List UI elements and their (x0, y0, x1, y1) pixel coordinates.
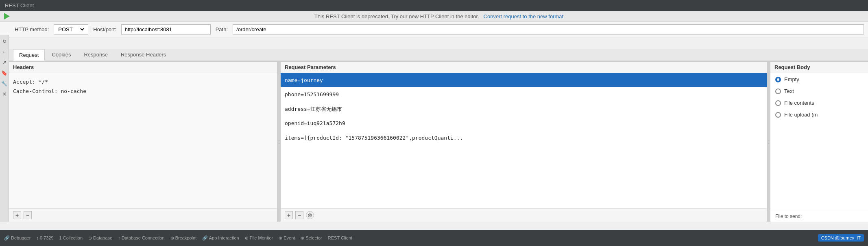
back-sidebar-icon[interactable]: ← (1, 49, 8, 55)
add-param-button[interactable]: + (285, 211, 293, 219)
radio-file-contents-label: File contents (784, 100, 814, 106)
path-input[interactable] (233, 24, 864, 35)
wrench-sidebar-icon[interactable]: 🔧 (1, 80, 8, 87)
bottom-item-breakpoint: ⊕ Breakpoint (170, 235, 197, 241)
bottom-item-rest-client: REST Client (328, 235, 352, 240)
header-line-1: Accept: */* (13, 77, 273, 86)
param-row-2[interactable]: address=江苏省无锡市 (281, 102, 767, 116)
bottom-item-app-interaction: 🔗 App Interaction (202, 235, 239, 241)
deprecation-message: This REST Client is deprecated. Try our … (314, 13, 479, 19)
radio-file-upload-circle (775, 112, 781, 118)
params-panel-title: Request Parameters (281, 62, 767, 73)
param-row-3[interactable]: openid=iuq92la572h9 (281, 116, 767, 130)
request-body-panel: Request Body Empty Text File contents Fi… (770, 62, 868, 222)
param-row-1[interactable]: phone=15251699999 (281, 87, 767, 101)
remove-header-button[interactable]: − (24, 211, 32, 219)
param-row-4[interactable]: items=[{productId: "157875196366160022",… (281, 131, 545, 145)
bottom-item-selector: ⊕ Selector (301, 235, 322, 241)
tabs-row: Request Cookies Response Response Header… (9, 49, 868, 60)
radio-file-upload-label: File upload (m (784, 112, 818, 118)
bottom-item-event: ⊕ Event (279, 235, 295, 241)
play-icon (4, 13, 10, 19)
header-line-2: Cache-Control: no-cache (13, 86, 273, 96)
method-dropdown[interactable]: POST GET PUT DELETE (57, 26, 85, 33)
radio-file-contents-circle (775, 100, 781, 106)
bottom-item-db-conn: ↑ Database Connection (118, 235, 164, 240)
main-content: Headers Accept: */* Cache-Control: no-ca… (9, 61, 868, 222)
bottom-bar: 🔗 Debugger ↕ 0.7329 1 Collection ⊕ Datab… (0, 230, 868, 246)
deprecation-banner: This REST Client is deprecated. Try our … (14, 13, 864, 19)
toolbar-row: This REST Client is deprecated. Try our … (0, 11, 868, 22)
method-select[interactable]: POST GET PUT DELETE (54, 24, 88, 35)
left-sidebar: ↻ ← ↗ 🔖 🔧 ✕ (0, 35, 9, 222)
radio-file-contents[interactable]: File contents (775, 100, 863, 106)
bottom-item-csdn: CSDN @journey_IT (818, 234, 864, 242)
request-body-options: Empty Text File contents File upload (m (770, 73, 868, 121)
bottom-item-file-monitor: ⊕ File Monitor (245, 235, 273, 241)
bottom-item-collection: 1 Collection (59, 235, 83, 240)
tab-request[interactable]: Request (13, 49, 45, 60)
convert-link[interactable]: Convert request to the new format (484, 13, 564, 19)
headers-panel-title: Headers (9, 62, 277, 73)
param-row-0[interactable]: name=journey (281, 73, 767, 87)
drag-handle-1[interactable]: ⋮ (277, 62, 281, 222)
app-title: REST Client (5, 2, 34, 9)
headers-content: Accept: */* Cache-Control: no-cache (9, 73, 277, 208)
file-to-send-label: File to send: (775, 214, 802, 219)
close-sidebar-icon[interactable]: ✕ (1, 91, 8, 97)
file-to-send-row: File to send: (770, 211, 868, 222)
refresh-sidebar-icon[interactable]: ↻ (1, 38, 8, 45)
remove-param-button[interactable]: − (295, 211, 303, 219)
headers-panel: Headers Accept: */* Cache-Control: no-ca… (9, 62, 277, 222)
path-label: Path: (216, 26, 228, 32)
radio-empty[interactable]: Empty (775, 76, 863, 82)
bottom-item-val: ↕ 0.7329 (36, 235, 53, 240)
host-port-label: Host/port: (93, 26, 116, 32)
tab-response[interactable]: Response (78, 49, 114, 60)
params-footer: + − ⊗ (281, 208, 767, 222)
method-row: HTTP method: POST GET PUT DELETE Host/po… (0, 22, 868, 37)
clear-param-button[interactable]: ⊗ (306, 211, 314, 219)
bottom-item-database: ⊕ Database (88, 235, 112, 241)
tab-response-headers[interactable]: Response Headers (115, 49, 172, 60)
radio-text[interactable]: Text (775, 88, 863, 94)
drag-handle-2[interactable]: ⋮ (767, 62, 770, 222)
params-panel: Request Parameters name=journey phone=15… (281, 62, 767, 222)
bookmark-sidebar-icon[interactable]: 🔖 (1, 70, 8, 76)
tab-cookies[interactable]: Cookies (46, 49, 77, 60)
radio-text-label: Text (784, 88, 794, 94)
headers-footer: + − (9, 208, 277, 222)
run-button[interactable] (4, 13, 10, 19)
radio-text-circle (775, 88, 781, 94)
host-port-input[interactable] (121, 24, 211, 35)
external-link-sidebar-icon[interactable]: ↗ (1, 59, 8, 66)
http-method-label: HTTP method: (15, 26, 49, 32)
radio-empty-label: Empty (784, 76, 799, 82)
add-header-button[interactable]: + (13, 211, 21, 219)
request-body-title: Request Body (770, 62, 868, 73)
radio-file-upload[interactable]: File upload (m (775, 112, 863, 118)
bottom-item-debugger: 🔗 Debugger (4, 235, 31, 241)
params-content: name=journey phone=15251699999 address=江… (281, 73, 767, 208)
radio-empty-circle (775, 77, 781, 82)
title-bar: REST Client (0, 0, 868, 11)
